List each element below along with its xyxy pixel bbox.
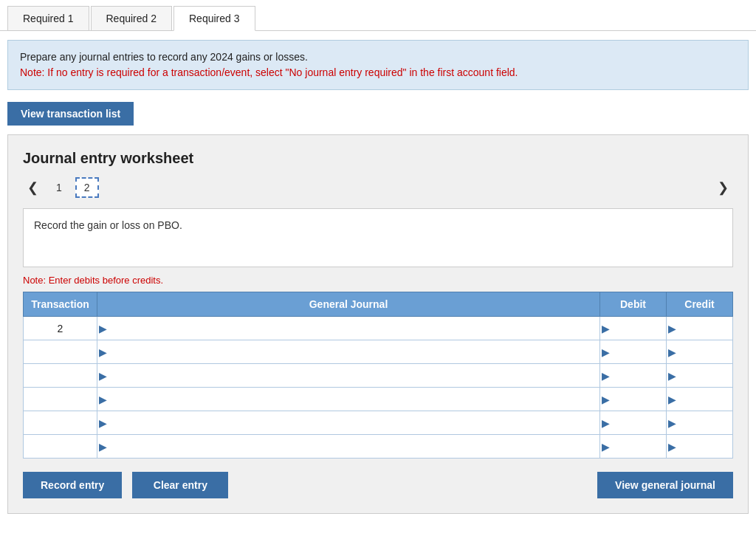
arrow-icon: ▶ [99,323,107,334]
debit-input[interactable] [611,414,664,431]
table-row: ▶▶▶ [24,340,733,364]
arrow-icon: ▶ [99,370,107,382]
arrow-icon: ▶ [602,417,610,429]
nav-next-button[interactable]: ❯ [713,178,733,197]
table-row: ▶▶▶ [24,411,733,435]
credit-cell[interactable]: ▶ [667,340,733,364]
general-journal-input[interactable] [109,414,598,431]
transaction-cell [24,340,97,364]
general-journal-cell[interactable]: ▶ [97,411,600,435]
debit-input[interactable] [611,391,664,408]
journal-table: Transaction General Journal Debit Credit… [23,292,733,459]
transaction-cell [24,364,97,388]
transaction-cell [24,435,97,459]
debit-input[interactable] [611,320,664,337]
nav-page-1[interactable]: 1 [49,179,69,196]
debit-cell[interactable]: ▶ [600,411,667,435]
view-transaction-button[interactable]: View transaction list [7,102,134,126]
general-journal-cell[interactable]: ▶ [97,317,600,340]
clear-entry-button[interactable]: Clear entry [132,472,228,498]
arrow-icon: ▶ [99,417,107,429]
table-row: ▶▶▶ [24,388,733,411]
note-debit: Note: Enter debits before credits. [23,275,733,286]
general-journal-input[interactable] [109,320,598,337]
nav-prev-button[interactable]: ❮ [23,178,43,197]
debit-cell[interactable]: ▶ [600,364,667,388]
debit-input[interactable] [611,367,664,384]
arrow-icon: ▶ [668,346,676,358]
record-entry-button[interactable]: Record entry [23,472,122,498]
general-journal-input[interactable] [109,367,598,384]
info-note-text: Note: If no entry is required for a tran… [20,65,736,80]
credit-input[interactable] [678,391,731,408]
col-header-transaction: Transaction [24,292,97,317]
worksheet-title: Journal entry worksheet [23,150,733,167]
general-journal-cell[interactable]: ▶ [97,435,600,459]
general-journal-cell[interactable]: ▶ [97,388,600,411]
arrow-icon: ▶ [602,394,610,405]
nav-row: ❮ 1 2 ❯ [23,177,733,198]
table-row: 2▶▶▶ [24,317,733,340]
col-header-debit: Debit [600,292,667,317]
general-journal-input[interactable] [109,391,598,408]
credit-cell[interactable]: ▶ [667,364,733,388]
tabs-container: Required 1 Required 2 Required 3 [0,0,756,31]
arrow-icon: ▶ [602,370,610,382]
credit-cell[interactable]: ▶ [667,317,733,340]
table-row: ▶▶▶ [24,364,733,388]
view-general-journal-button[interactable]: View general journal [597,472,733,498]
arrow-icon: ▶ [668,417,676,429]
debit-cell[interactable]: ▶ [600,388,667,411]
transaction-cell [24,388,97,411]
tab-required-1[interactable]: Required 1 [7,6,89,30]
nav-page-2[interactable]: 2 [75,177,99,198]
arrow-icon: ▶ [668,323,676,334]
debit-cell[interactable]: ▶ [600,340,667,364]
general-journal-input[interactable] [109,343,598,360]
arrow-icon: ▶ [99,394,107,405]
col-header-general-journal: General Journal [97,292,600,317]
button-row: Record entry Clear entry View general jo… [23,472,733,498]
general-journal-cell[interactable]: ▶ [97,364,600,388]
arrow-icon: ▶ [668,370,676,382]
debit-input[interactable] [611,343,664,360]
transaction-cell: 2 [24,317,97,340]
description-text: Record the gain or loss on PBO. [34,219,182,231]
debit-input[interactable] [611,438,664,455]
credit-input[interactable] [678,367,731,384]
credit-input[interactable] [678,343,731,360]
general-journal-input[interactable] [109,438,598,455]
credit-input[interactable] [678,320,731,337]
debit-cell[interactable]: ▶ [600,435,667,459]
nav-left: ❮ 1 2 [23,177,99,198]
arrow-icon: ▶ [602,346,610,358]
info-banner: Prepare any journal entries to record an… [7,40,749,90]
credit-cell[interactable]: ▶ [667,411,733,435]
info-main-text: Prepare any journal entries to record an… [20,49,736,65]
arrow-icon: ▶ [668,394,676,405]
tab-required-2[interactable]: Required 2 [91,6,173,30]
arrow-icon: ▶ [602,323,610,334]
description-box: Record the gain or loss on PBO. [23,208,733,267]
arrow-icon: ▶ [602,441,610,453]
tab-required-3[interactable]: Required 3 [173,6,255,31]
credit-cell[interactable]: ▶ [667,435,733,459]
general-journal-cell[interactable]: ▶ [97,340,600,364]
credit-cell[interactable]: ▶ [667,388,733,411]
credit-input[interactable] [678,438,731,455]
transaction-cell [24,411,97,435]
col-header-credit: Credit [667,292,733,317]
arrow-icon: ▶ [99,346,107,358]
credit-input[interactable] [678,414,731,431]
journal-entry-worksheet: Journal entry worksheet ❮ 1 2 ❯ Record t… [7,134,749,514]
arrow-icon: ▶ [99,441,107,453]
arrow-icon: ▶ [668,441,676,453]
table-row: ▶▶▶ [24,435,733,459]
debit-cell[interactable]: ▶ [600,317,667,340]
